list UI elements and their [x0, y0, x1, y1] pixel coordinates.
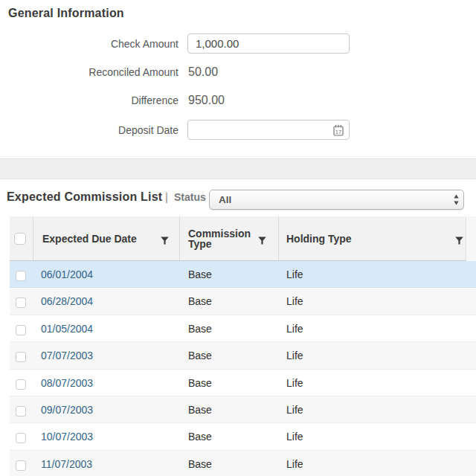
svg-text:17: 17: [335, 129, 341, 135]
